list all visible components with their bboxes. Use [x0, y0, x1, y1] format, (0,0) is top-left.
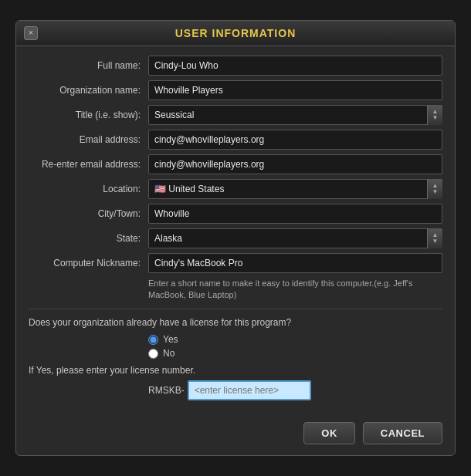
city-label: City/Town: — [29, 208, 148, 219]
org-name-input[interactable] — [148, 80, 442, 100]
email-label: Email address: — [29, 134, 148, 145]
email-row: Email address: — [29, 130, 442, 150]
yes-radio-label: Yes — [163, 334, 178, 345]
user-information-dialog: × USER INFORMATION Full name: Organizati… — [15, 20, 456, 457]
yes-radio[interactable] — [148, 335, 158, 345]
title-select-wrapper: Seussical ▲ ▼ — [148, 105, 442, 125]
state-select-wrapper: Alaska ▲ ▼ — [148, 228, 442, 248]
title-label: Title (i.e. show): — [29, 110, 148, 120]
full-name-label: Full name: — [29, 60, 148, 71]
location-label: Location: — [29, 184, 148, 194]
license-row: RMSKB- — [29, 380, 442, 400]
license-input[interactable] — [188, 380, 311, 400]
close-button[interactable]: × — [24, 26, 38, 40]
re-email-row: Re-enter email address: — [29, 154, 442, 174]
ok-button[interactable]: OK — [303, 422, 355, 444]
title-row: Title (i.e. show): Seussical ▲ ▼ — [29, 105, 442, 125]
location-select[interactable]: 🇺🇸 United States — [148, 179, 442, 199]
nickname-label: Computer Nickname: — [29, 258, 148, 268]
re-email-label: Re-enter email address: — [29, 159, 148, 170]
email-input[interactable] — [148, 130, 442, 150]
yes-radio-row: Yes — [148, 334, 442, 345]
divider — [29, 309, 442, 309]
state-select[interactable]: Alaska — [148, 228, 442, 248]
city-row: City/Town: — [29, 204, 442, 224]
if-yes-label: If Yes, please enter your license number… — [29, 365, 442, 376]
state-label: State: — [29, 233, 148, 244]
org-name-row: Organization name: — [29, 80, 442, 100]
org-name-label: Organization name: — [29, 85, 148, 96]
city-input[interactable] — [148, 204, 442, 224]
location-row: Location: 🇺🇸 United States ▲ ▼ — [29, 179, 442, 199]
nickname-row: Computer Nickname: — [29, 253, 442, 273]
license-question-text: Does your organization already have a li… — [29, 317, 442, 328]
location-select-wrapper: 🇺🇸 United States ▲ ▼ — [148, 179, 442, 199]
dialog-titlebar: × USER INFORMATION — [16, 21, 455, 46]
radio-group: Yes No — [148, 334, 442, 359]
dialog-title: USER INFORMATION — [175, 27, 296, 39]
no-radio[interactable] — [148, 349, 158, 359]
dialog-footer: OK CANCEL — [16, 416, 455, 455]
full-name-row: Full name: — [29, 56, 442, 76]
license-prefix-text: RMSKB- — [148, 385, 185, 396]
no-radio-row: No — [148, 348, 442, 359]
cancel-button[interactable]: CANCEL — [363, 422, 442, 444]
state-row: State: Alaska ▲ ▼ — [29, 228, 442, 248]
title-select[interactable]: Seussical — [148, 105, 442, 125]
re-email-input[interactable] — [148, 154, 442, 174]
full-name-input[interactable] — [148, 56, 442, 76]
nickname-input[interactable] — [148, 253, 442, 273]
dialog-body: Full name: Organization name: Title (i.e… — [16, 46, 455, 417]
nickname-help-text: Enter a short name to make it easy to id… — [148, 278, 442, 302]
no-radio-label: No — [163, 348, 175, 359]
